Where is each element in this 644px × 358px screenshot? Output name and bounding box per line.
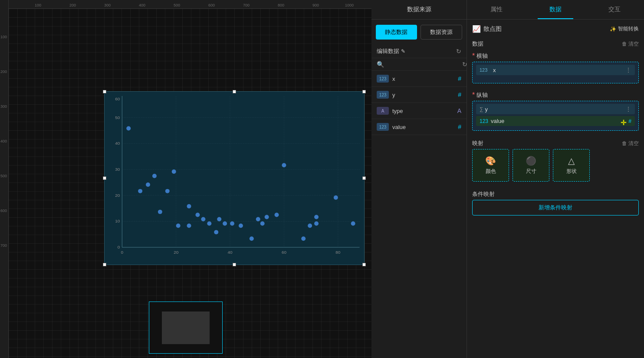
field-hash-y: # [458,91,461,98]
x-chip-menu[interactable]: ⋮ [625,66,631,73]
x-axis-label: 横轴 [476,52,488,60]
svg-point-39 [230,222,234,226]
svg-point-41 [250,236,254,241]
svg-point-25 [146,182,150,187]
prop-content: 📈 散点图 ✨ 智能转换 数据 🗑 清空 * [467,20,644,358]
field-item-type[interactable]: A type A [371,103,467,119]
x-axis-label-row: * 横轴 [472,50,639,62]
y-chip-menu-1[interactable]: ⋮ [625,106,631,113]
y-field-chip-1: ∑ y ⋮ [476,104,635,114]
svg-text:40: 40 [115,141,120,146]
tab-interaction[interactable]: 交互 [585,0,644,19]
properties-panel: 属性 数据 交互 📈 散点图 ✨ 智能转换 [467,0,644,358]
y-sum-prefix: ∑ [480,106,483,112]
svg-point-48 [308,223,312,228]
ruler-left-tick: 100 [0,35,7,39]
svg-text:30: 30 [115,167,120,172]
smart-convert-label: 智能转换 [618,25,639,33]
x-chip-type: 123 [480,67,490,73]
static-data-button[interactable]: 静态数据 [376,25,417,40]
field-item-y[interactable]: 123 y # [371,87,467,103]
data-clear-button[interactable]: 🗑 清空 [622,40,639,48]
field-list: 123 x # 123 y # A type A 123 value # [371,71,467,358]
svg-point-47 [301,236,306,241]
svg-point-38 [223,222,227,226]
svg-text:50: 50 [115,115,120,120]
svg-point-42 [256,217,260,222]
x-chip-name: x [493,67,625,73]
ruler-tick: 200 [69,3,76,7]
mapping-card-size[interactable]: ⚫ 尺寸 [513,149,549,182]
svg-point-40 [239,223,243,228]
svg-point-28 [165,189,170,193]
field-item-value[interactable]: 123 value # [371,119,467,135]
search-input[interactable] [387,61,460,68]
search-icon: 🔍 [377,61,384,68]
edit-data-row: 编辑数据 ✎ ↻ [371,45,467,58]
conditional-label: 条件映射 [472,190,495,198]
svg-point-52 [351,222,355,226]
field-type-type: A [377,107,389,115]
svg-point-46 [282,163,286,167]
thumbnail-inner [162,312,210,344]
ruler-tick: 600 [208,3,215,7]
mapping-trash-icon: 🗑 [622,140,627,146]
data-section-label: 数据 🗑 清空 [472,36,639,50]
mapping-label: 映射 [472,139,483,147]
thumbnail-area [149,302,223,354]
smart-convert-button[interactable]: ✨ 智能转换 [610,25,639,33]
ruler-tick: 900 [312,3,319,7]
ruler-left-tick: 200 [0,70,7,74]
field-item-x[interactable]: 123 x # [371,71,467,87]
scatter-svg: 0 10 20 30 40 50 60 0 20 40 60 80 [105,92,364,265]
field-type-value: 123 [377,123,389,131]
search-row: 🔍 ↻ [371,58,467,71]
svg-point-31 [187,204,191,209]
mapping-clear-button[interactable]: 🗑 清空 [622,140,639,147]
right-panel: 数据来源 静态数据 数据资源 编辑数据 ✎ ↻ 🔍 ↻ 123 x # [371,0,644,358]
tab-data[interactable]: 数据 [526,0,585,19]
svg-text:40: 40 [228,250,233,255]
y-axis-dropzone[interactable]: ∑ y ⋮ 123 value # ✛ [472,101,639,131]
y-required-star: * [472,91,475,99]
tab-properties[interactable]: 属性 [467,0,526,19]
svg-text:10: 10 [115,219,120,223]
svg-point-24 [138,189,142,193]
mapping-card-color[interactable]: 🎨 颜色 [472,149,509,182]
field-hash-value: # [458,123,461,130]
chart-type-icon: 📈 [472,25,481,33]
x-field-chip: 123 x ⋮ [476,65,635,75]
field-name-y: y [392,92,458,98]
chart-type-header: 📈 散点图 ✨ 智能转换 [472,20,639,36]
svg-point-23 [126,126,131,131]
x-axis-section: * 横轴 123 x ⋮ [472,50,639,83]
field-str-icon: A [457,107,461,114]
svg-point-37 [217,217,221,222]
data-resource-button[interactable]: 数据资源 [421,25,463,40]
value-chip: 123 value # ✛ [476,116,635,126]
svg-text:20: 20 [174,250,179,255]
svg-text:20: 20 [115,193,120,198]
add-condition-button[interactable]: 新增条件映射 [472,200,639,215]
x-required-star: * [472,52,475,60]
svg-point-51 [314,215,319,219]
refresh-icon[interactable]: ↻ [456,48,461,55]
svg-text:0: 0 [121,250,124,255]
field-name-value: value [392,124,458,130]
edit-data-button[interactable]: 编辑数据 ✎ [377,47,405,55]
color-mapping-icon: 🎨 [485,156,496,166]
field-name-x: x [392,76,458,82]
edit-data-label: 编辑数据 [377,47,399,55]
field-name-type: type [392,108,457,114]
svg-point-29 [172,169,176,174]
sum-symbol: ∑ [480,106,483,112]
chart-container[interactable]: 0 10 20 30 40 50 60 0 20 40 60 80 [104,91,365,265]
svg-point-43 [260,222,265,226]
ruler-tick: 100 [35,3,41,7]
size-mapping-icon: ⚫ [526,156,536,166]
value-hash: 123 [480,118,488,124]
y-axis-label: 纵轴 [476,91,488,99]
mapping-card-shape[interactable]: △ 形状 [553,149,590,182]
x-axis-dropzone[interactable]: 123 x ⋮ [472,62,639,83]
y-axis-section: * 纵轴 ∑ y ⋮ 123 value # ✛ [472,89,639,131]
